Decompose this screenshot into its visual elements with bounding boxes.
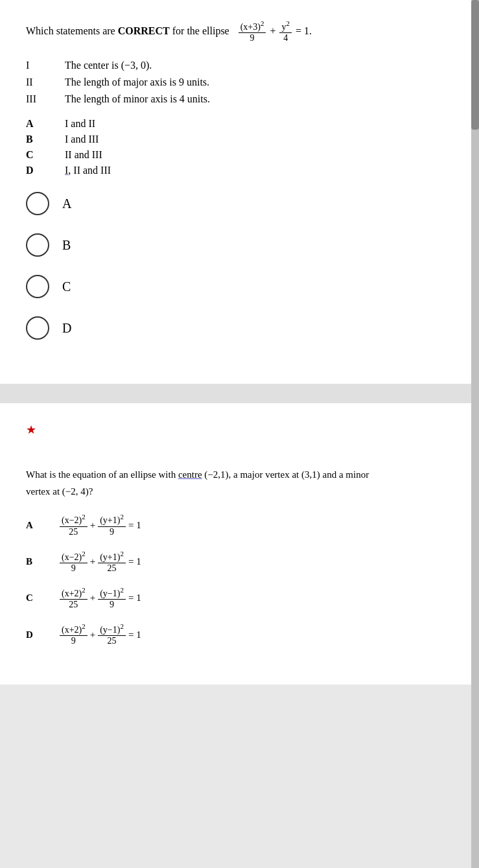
question-suffix: for the ellipse [172,25,235,36]
answer-row-D: D (x+2)2 9 + (y−1)2 25 = 1 [26,622,453,647]
separator-block [0,384,479,403]
frac-A-1-num: (x−2)2 [60,513,88,526]
option-label-D: D [26,165,65,176]
eq-A: = 1 [128,520,141,531]
answer-row-C: C (x+2)2 25 + (y−1)2 9 = 1 [26,586,453,611]
statement-row-II: II The length of major axis is 9 units. [26,76,453,88]
plus-D: + [90,629,95,640]
answer-label-B: B [26,556,58,567]
statement-text-II: The length of major axis is 9 units. [65,76,453,88]
radio-button-A[interactable] [26,192,49,215]
radio-label-C: C [62,279,71,294]
statement-label-II: II [26,76,65,88]
required-star: ★ [26,423,453,437]
question-1-block: Which statements are CORRECT for the ell… [0,0,479,384]
frac-C-2-num: (y−1)2 [98,586,126,600]
frac-A-1-den: 25 [67,527,80,538]
eq-D: = 1 [128,629,141,640]
frac-A-2-den: 9 [108,527,116,538]
frac-D-1: (x+2)2 9 [60,622,88,647]
statement-label-III: III [26,93,65,105]
option-label-B: B [26,134,65,145]
question-1-title: Which statements are CORRECT for the ell… [26,19,453,44]
frac-B-2: (y+1)2 25 [98,550,126,574]
answer-formula-A: (x−2)2 25 + (y+1)2 9 = 1 [58,513,141,537]
centre-underline: centre [178,469,202,480]
answer-row-B: B (x−2)2 9 + (y+1)2 25 = 1 [26,550,453,574]
fraction-denominator-1: 9 [248,33,257,44]
radio-button-C[interactable] [26,275,49,298]
option-label-C: C [26,149,65,161]
frac-B-2-num: (y+1)2 [98,550,126,563]
option-row-A: A I and II [26,118,453,130]
option-text-D: I, II and III [65,165,111,176]
frac-A-1: (x−2)2 25 [60,513,88,537]
radio-button-D[interactable] [26,316,49,340]
option-text-B: I and III [65,134,99,145]
frac-C-2: (y−1)2 9 [98,586,126,611]
scrollbar-thumb[interactable] [471,0,479,130]
radio-row-B[interactable]: B [26,233,453,257]
plus-C: + [90,592,95,604]
frac-B-1-den: 9 [69,563,78,574]
option-row-B: B I and III [26,134,453,145]
eq-B: = 1 [128,556,141,567]
frac-B-2-den: 25 [106,563,119,574]
answer-options: A (x−2)2 25 + (y+1)2 9 = 1 B (x−2)2 [26,513,453,647]
answer-formula-B: (x−2)2 9 + (y+1)2 25 = 1 [58,550,141,574]
radio-row-C[interactable]: C [26,275,453,298]
frac-B-1: (x−2)2 9 [60,550,88,574]
eq-C: = 1 [128,592,141,604]
answer-formula-D: (x+2)2 9 + (y−1)2 25 = 1 [58,622,141,647]
plus-sign: + [270,25,278,36]
statement-text-I: The center is (−3, 0). [65,60,453,71]
answer-label-C: C [26,592,58,604]
equation-fraction-2: y2 4 [279,19,292,44]
frac-C-1-num: (x+2)2 [60,586,88,600]
fraction-denominator-2: 4 [281,33,290,44]
frac-C-1: (x+2)2 25 [60,586,88,611]
equation-fraction-1: (x+3)2 9 [239,19,266,44]
frac-B-1-num: (x−2)2 [60,550,88,563]
radio-row-D[interactable]: D [26,316,453,340]
frac-C-1-den: 25 [67,600,80,611]
radio-label-D: D [62,321,71,336]
fraction-numerator-1: (x+3)2 [239,19,266,33]
radio-label-A: A [62,196,71,211]
option-label-A: A [26,118,65,130]
answer-formula-C: (x+2)2 25 + (y−1)2 9 = 1 [58,586,141,611]
plus-A: + [90,520,95,531]
statements-table: I The center is (−3, 0). II The length o… [26,60,453,105]
frac-D-2: (y−1)2 25 [98,622,126,647]
question-2-text: What is the equation of an ellipse with … [26,467,453,500]
answer-row-A: A (x−2)2 25 + (y+1)2 9 = 1 [26,513,453,537]
frac-D-1-den: 9 [69,636,78,647]
fraction-numerator-2: y2 [279,19,292,33]
scrollbar[interactable] [471,0,479,868]
frac-D-2-den: 25 [106,636,119,647]
radio-row-A[interactable]: A [26,192,453,215]
equals-sign: = 1. [296,25,312,36]
radio-label-B: B [62,238,71,253]
options-table: A I and II B I and III C II and III D I,… [26,118,453,176]
option-row-D: D I, II and III [26,165,453,176]
plus-B: + [90,556,95,567]
radio-options: A B C D [26,192,453,340]
question-correct-word: CORRECT [118,25,170,36]
question-2-block: ★ What is the equation of an ellipse wit… [0,403,479,685]
question-prefix: Which statements are [26,25,118,36]
option-text-A: I and II [65,118,95,130]
statement-text-III: The length of minor axis is 4 units. [65,93,453,105]
frac-D-1-num: (x+2)2 [60,622,88,636]
frac-D-2-num: (y−1)2 [98,622,126,636]
frac-A-2-num: (y+1)2 [98,513,126,526]
answer-label-A: A [26,520,58,531]
radio-button-B[interactable] [26,233,49,257]
option-text-C: II and III [65,149,102,161]
statement-label-I: I [26,60,65,71]
frac-A-2: (y+1)2 9 [98,513,126,537]
answer-label-D: D [26,629,58,640]
frac-C-2-den: 9 [108,600,116,611]
statement-row-I: I The center is (−3, 0). [26,60,453,71]
statement-row-III: III The length of minor axis is 4 units. [26,93,453,105]
